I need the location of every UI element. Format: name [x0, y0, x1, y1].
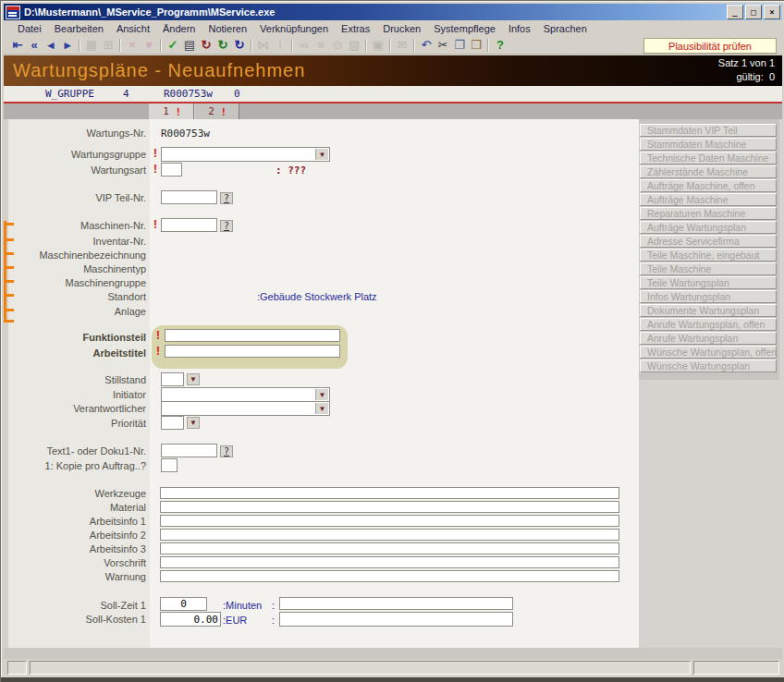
sidebar-button-auftraege-maschine-offen[interactable]: Aufträge Maschine, offen [640, 179, 777, 192]
menu-drucken[interactable]: Drucken [376, 22, 427, 35]
cut-icon[interactable]: ✂ [435, 38, 451, 53]
sidebar-button-infos-wartungsplan[interactable]: Infos Wartungsplan [640, 290, 777, 303]
eye-icon[interactable]: ⊙ [329, 38, 346, 53]
vip-teil-help-button[interactable]: ? [220, 192, 233, 204]
help-icon[interactable]: ? [492, 38, 508, 53]
sidebar-button-teile-maschine-eingebaut[interactable]: Teile Maschine, eingebaut [640, 249, 777, 262]
paste-icon[interactable]: ❒ [468, 38, 484, 53]
maschinen-nr-help-button[interactable]: ? [220, 220, 233, 232]
menu-bearbeiten[interactable]: Bearbeiten [48, 22, 110, 35]
minimize-button[interactable]: _ [727, 5, 743, 19]
sidebar-button-dokumente-wartungsplan[interactable]: Dokumente Wartungsplan [640, 304, 777, 317]
vip-teil-nr-input[interactable] [161, 190, 217, 204]
menu-notieren[interactable]: Notieren [202, 22, 253, 35]
tree-icon[interactable]: ⊞ [100, 38, 116, 53]
sidebar-button-zaehlerstaende-maschine[interactable]: Zählerstände Maschine [640, 165, 777, 178]
link-icon[interactable]: ⋈ [255, 38, 272, 53]
bracket-tick [4, 294, 14, 297]
copy-icon[interactable]: ❐ [451, 38, 468, 53]
info-icon[interactable]: i [272, 38, 288, 53]
arbeitsinfo2-input[interactable] [160, 529, 619, 541]
wartungsart-input[interactable] [161, 163, 182, 177]
confirm-icon[interactable]: ✓ [165, 38, 181, 53]
stillstand-dropdown-button[interactable]: ▼ [187, 373, 200, 385]
chevron-down-icon[interactable]: ▼ [315, 149, 328, 160]
sidebar-button-stammdaten-maschine[interactable]: Stammdaten Maschine [640, 138, 777, 151]
prioritaet-input[interactable] [161, 416, 184, 430]
label-kopie-pro-auftrag: 1: Kopie pro Auftrag..? [45, 460, 146, 471]
refresh-green-icon[interactable]: ↻ [214, 38, 231, 53]
plausibility-check-button[interactable]: Plausibilität prüfen [643, 38, 777, 54]
material-input[interactable] [160, 501, 619, 513]
bracket-tick [4, 320, 14, 323]
maximize-button[interactable]: □ [745, 5, 762, 19]
menu-ansicht[interactable]: Ansicht [110, 22, 156, 35]
prev-record-icon[interactable]: ◂ [43, 38, 59, 53]
vorschrift-input[interactable] [160, 556, 619, 568]
sidebar-button-wuensche-wartungsplan-offen[interactable]: Wünsche Wartungsplan, offen [640, 346, 777, 359]
sidebar-button-auftraege-wartungsplan[interactable]: Aufträge Wartungsplan [640, 221, 777, 234]
kopie-pro-auftrag-input[interactable] [161, 458, 178, 472]
tab-1[interactable]: 1 ! [149, 104, 194, 119]
sidebar-button-adresse-servicefirma[interactable]: Adresse Servicefirma [640, 235, 777, 248]
menu-verknuepfungen[interactable]: Verknüpfungen [253, 22, 335, 35]
chart-icon[interactable]: ▨ [346, 38, 362, 53]
soll-kosten1-input[interactable] [160, 612, 221, 627]
soll-kosten1-text-input[interactable] [279, 612, 513, 627]
fast-back-icon[interactable]: « [26, 38, 43, 53]
text1-doku1-help-button[interactable]: ? [220, 445, 233, 457]
wartungsgruppe-select[interactable]: ▼ [161, 147, 330, 162]
refresh-red-icon[interactable]: ↻ [198, 38, 214, 53]
prioritaet-dropdown-button[interactable]: ▼ [187, 417, 200, 429]
verantwortlicher-select[interactable]: ▼ [161, 401, 330, 416]
warnung-input[interactable] [160, 570, 619, 582]
mail-icon[interactable]: ✉ [394, 38, 410, 53]
menu-aendern[interactable]: Ändern [156, 22, 202, 35]
sidebar-button-teile-maschine[interactable]: Teile Maschine [640, 262, 777, 275]
label-maschinengruppe: Maschinengruppe [66, 277, 146, 288]
text1-doku1-input[interactable] [161, 444, 217, 457]
refresh-blue-icon[interactable]: ↻ [231, 38, 248, 53]
sidebar-button-reparaturen-maschine[interactable]: Reparaturen Maschine [640, 207, 777, 220]
toolbar-separator [487, 39, 489, 52]
first-record-icon[interactable]: ⇤ [9, 38, 26, 53]
sidebar-button-wuensche-wartungsplan[interactable]: Wünsche Wartungsplan [640, 359, 777, 372]
label-anlage: Anlage [115, 306, 146, 317]
maschinen-nr-input[interactable] [161, 218, 217, 232]
list-icon[interactable]: ≡ [312, 38, 329, 53]
funktionsteil-input[interactable] [165, 329, 340, 342]
next-record-icon[interactable]: ▸ [59, 38, 76, 53]
machine-block-bracket [4, 221, 6, 323]
import-icon[interactable]: ▦ [83, 38, 100, 53]
label-initiator: Initiator [113, 389, 146, 400]
favorite-icon[interactable]: ♥ [141, 38, 157, 53]
menu-systempflege[interactable]: Systempflege [427, 22, 502, 35]
undo-icon[interactable]: ↶ [418, 38, 435, 53]
menu-datei[interactable]: Datei [11, 22, 48, 35]
soll-zeit1-text-input[interactable] [279, 597, 513, 610]
sidebar-button-anrufe-wartungsplan[interactable]: Anrufe Wartungsplan [640, 332, 777, 345]
stillstand-input[interactable] [161, 372, 184, 386]
sidebar-button-teile-wartungsplan[interactable]: Teile Wartungsplan [640, 276, 777, 289]
chevron-down-icon[interactable]: ▼ [315, 403, 328, 414]
binoculars-icon[interactable]: ∞ [296, 38, 312, 53]
sidebar-button-auftraege-maschine[interactable]: Aufträge Maschine [640, 193, 777, 206]
arbeitstitel-input[interactable] [165, 345, 340, 358]
details-icon[interactable]: ▤ [181, 38, 198, 53]
chevron-down-icon[interactable]: ▼ [315, 389, 328, 400]
sidebar-button-technische-daten-maschine[interactable]: Technische Daten Maschine [640, 152, 777, 164]
soll-zeit1-input[interactable] [160, 597, 207, 611]
print-icon[interactable]: ▣ [370, 38, 386, 53]
menu-infos[interactable]: Infos [502, 22, 537, 35]
tab-2[interactable]: 2 ! [194, 104, 239, 119]
sidebar-button-anrufe-wartungsplan-offen[interactable]: Anrufe Wartungsplan, offen [640, 318, 777, 331]
werkzeuge-input[interactable] [160, 487, 619, 499]
menu-extras[interactable]: Extras [335, 22, 376, 35]
delete-icon[interactable]: × [124, 38, 141, 53]
arbeitsinfo3-input[interactable] [160, 542, 619, 554]
menu-sprachen[interactable]: Sprachen [537, 22, 594, 35]
close-button[interactable]: × [764, 5, 780, 19]
initiator-select[interactable]: ▼ [161, 387, 330, 402]
sidebar-button-stammdaten-vip-teil[interactable]: Stammdaten VIP Teil [640, 124, 777, 137]
arbeitsinfo1-input[interactable] [160, 515, 619, 527]
